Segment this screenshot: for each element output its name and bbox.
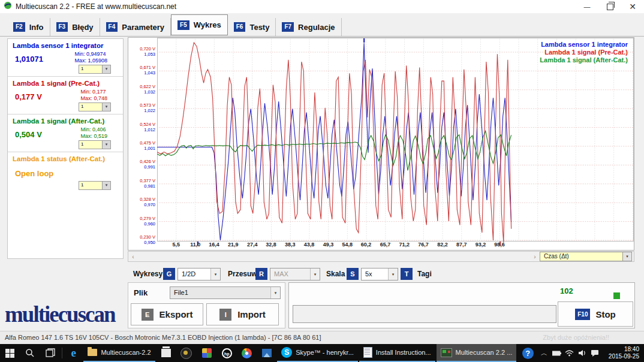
max-value: Max: 0,748 (80, 95, 107, 102)
minimize-icon[interactable]: — (576, 0, 598, 13)
close-icon[interactable]: ✕ (621, 0, 644, 13)
tab-regulacje[interactable]: F7Regulacje (276, 18, 341, 36)
x-tick-label: 60,2 (361, 242, 372, 248)
panel-value: 1,01071 (15, 55, 43, 64)
taskbar-app-skype[interactable]: S Skype™ - henrykr... (277, 344, 358, 362)
help-icon[interactable]: ? (517, 344, 538, 362)
y-tick-volt: 0,720 V (140, 47, 155, 52)
skala-dropdown[interactable]: 5x▾ (361, 268, 398, 280)
panel-title: Lambda 1 status (After-Cat.) (13, 155, 119, 162)
scroll-right-icon[interactable]: › (530, 252, 540, 261)
volume-icon[interactable] (576, 344, 588, 362)
scale-dropdown[interactable]: 1▾ (79, 65, 111, 74)
chevron-down-icon: ▾ (622, 252, 631, 261)
x-tick-label: 38,3 (285, 242, 296, 248)
store-icon[interactable] (157, 344, 177, 362)
panel-title: Lambda sensor 1 integrator (13, 42, 119, 49)
y-tick-integrator: 0,960 (144, 222, 155, 227)
chrome-icon[interactable] (237, 344, 257, 362)
start-button-icon[interactable] (0, 344, 20, 362)
min-value: Min: 0,406 (80, 126, 107, 133)
scroll-left-icon[interactable]: ‹ (128, 252, 138, 261)
taskbar-clock[interactable]: 18:40 2015-09-25 (601, 346, 644, 360)
min-value: Min: 0,177 (80, 89, 107, 95)
folder-icon (88, 349, 97, 356)
s-key-badge: S (347, 268, 359, 280)
tab-wykres[interactable]: F5Wykres (171, 14, 228, 35)
taskbar-app-multiecuscan[interactable]: Multiecuscan 2.2 ... (437, 344, 517, 362)
tab-bledy[interactable]: F3Błędy (50, 18, 100, 36)
f2-key-badge: F2 (13, 22, 25, 32)
panel-integrator: Lambda sensor 1 integrator 1,01071 Min: … (8, 39, 123, 77)
chevron-down-icon: ▾ (310, 269, 320, 280)
battery-icon[interactable] (550, 344, 563, 362)
scale-dropdown[interactable]: 1▾ (79, 181, 111, 190)
f3-key-badge: F3 (56, 22, 68, 32)
taskbar-app-notepad[interactable]: Install Instruction... (359, 344, 435, 362)
restore-icon[interactable] (598, 0, 621, 13)
sensor-sidebar: Lambda sensor 1 integrator 1,01071 Min: … (7, 38, 124, 259)
graph-mode-dropdown[interactable]: 1/2D▾ (177, 268, 221, 280)
hp-icon[interactable]: hp (216, 344, 237, 362)
y-tick-integrator: 1,032 (144, 90, 155, 95)
stop-button[interactable]: F10 Stop (558, 301, 633, 327)
scale-dropdown[interactable]: 1▾ (79, 140, 111, 149)
y-tick-integrator: 0,991 (144, 165, 155, 170)
panel-title: Lambda 1 signal (Pre-Cat.) (13, 80, 119, 87)
edge-browser-icon[interactable]: e (64, 344, 84, 362)
eksport-button[interactable]: E Eksport (131, 303, 203, 325)
y-tick-integrator: 0,950 (144, 240, 155, 245)
plot-region (157, 38, 634, 251)
skala-label: Skala (326, 270, 345, 278)
panel-precat: Lambda 1 signal (Pre-Cat.) 0,177 V Min: … (8, 77, 123, 114)
chevron-down-icon: ▾ (270, 287, 280, 298)
chart-scrollbar: ‹ › Czas (Δt) ▾ (128, 251, 634, 262)
x-tick-label: 43,8 (304, 242, 315, 248)
file-section: Plik File1▾ E Eksport I Import (128, 282, 285, 328)
notification-icon[interactable] (588, 344, 601, 362)
import-button[interactable]: I Import (206, 303, 279, 325)
wifi-icon[interactable] (563, 344, 576, 362)
max-value: Max: 1,05908 (74, 58, 107, 64)
clock-time: 18:40 (601, 346, 639, 353)
panel-value: Open loop (15, 169, 53, 178)
przesuw-dropdown[interactable]: MAX▾ (270, 268, 320, 280)
panel-value: 0,177 V (15, 92, 42, 101)
x-tick-label: 71,2 (399, 242, 410, 248)
y-tick-integrator: 0,970 (144, 203, 155, 207)
x-tick-label: 54,8 (342, 242, 353, 248)
chart-area: 0,720 V1,0530,671 V1,0430,622 V1,0320,57… (128, 37, 634, 251)
tab-testy[interactable]: F6Testy (228, 18, 276, 36)
max-value: Max: 0,519 (80, 133, 107, 140)
tray-chevron-icon[interactable]: ︿ (538, 344, 550, 362)
x-tick-label: 87,7 (456, 242, 467, 248)
search-icon[interactable] (20, 344, 41, 362)
y-tick-volt: 0,377 V (140, 179, 155, 183)
chevron-down-icon: ▾ (102, 141, 110, 149)
taskbar-separator (62, 348, 62, 358)
x-tick-label: 32,8 (266, 242, 276, 248)
tab-parametery[interactable]: F4Parametery (100, 18, 171, 36)
tab-info[interactable]: F2Info (7, 18, 50, 36)
t-key-badge: T (401, 268, 413, 280)
f4-key-badge: F4 (106, 22, 118, 32)
f10-key-badge: F10 (575, 309, 590, 320)
scrollbar-track[interactable] (138, 252, 530, 261)
delay-warning: Zbyt duże opóźnienia!! (543, 334, 609, 341)
i-key-badge: I (219, 309, 231, 321)
x-tick-label: 16,4 (209, 242, 219, 248)
taskbar-app-explorer[interactable]: Multiecuscan-2.2 (83, 344, 155, 362)
y-tick-integrator: 1,053 (144, 52, 155, 57)
photos-icon[interactable] (257, 344, 278, 362)
color-app-icon[interactable] (197, 344, 217, 362)
app-icon (4, 1, 12, 12)
f7-key-badge: F7 (282, 22, 294, 32)
x-tick-label: 98,6 (494, 242, 505, 248)
y-tick-integrator: 0,981 (144, 184, 155, 189)
x-axis-selector[interactable]: Czas (Δt) ▾ (540, 252, 632, 261)
scale-dropdown[interactable]: 1▾ (79, 102, 111, 111)
task-view-icon[interactable] (40, 344, 61, 362)
file-dropdown[interactable]: File1▾ (170, 286, 281, 299)
g-key-badge: G (163, 268, 175, 280)
cyberlink-icon[interactable] (176, 344, 197, 362)
